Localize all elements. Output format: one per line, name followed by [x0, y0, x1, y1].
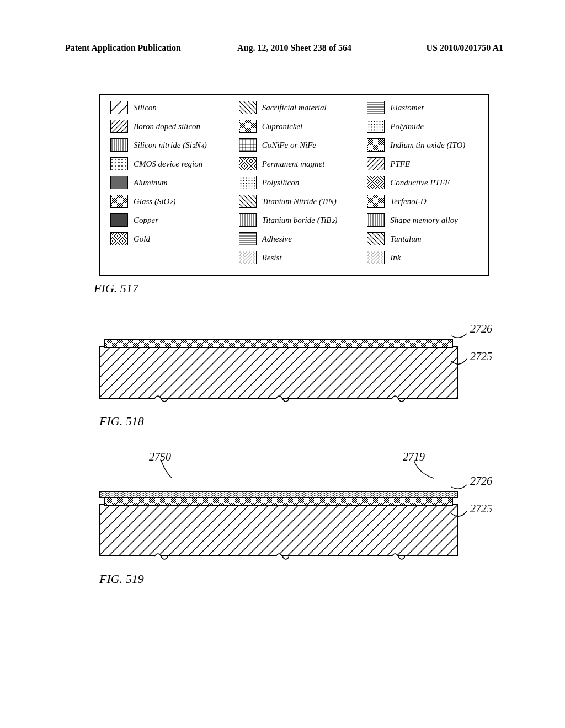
legend-label: Boron doped silicon	[134, 122, 200, 131]
header-center: Aug. 12, 2010 Sheet 238 of 564	[237, 43, 351, 53]
lead-2726: 2726	[470, 475, 492, 488]
svg-rect-26	[367, 176, 384, 189]
legend-label: Polyimide	[390, 122, 424, 131]
swatch-ink	[367, 251, 385, 264]
swatch-permanent-magnet	[239, 157, 257, 170]
svg-rect-5	[111, 101, 127, 114]
legend-label: Sacrificial material	[262, 103, 327, 113]
legend-label: Titanium Nitride (TiN)	[262, 197, 337, 206]
legend-label: Permanent magnet	[262, 159, 325, 169]
swatch-conife-nife	[239, 138, 257, 152]
legend-label: Adhesive	[262, 234, 292, 244]
swatch-silicon-nitride	[110, 138, 128, 152]
svg-rect-30	[367, 251, 384, 264]
svg-rect-14	[239, 120, 256, 132]
layer-oxide	[104, 497, 453, 506]
svg-rect-27	[367, 195, 384, 207]
svg-rect-11	[111, 214, 127, 226]
swatch-ito	[367, 138, 385, 152]
legend-label: Elastomer	[390, 103, 424, 113]
swatch-silicon	[110, 101, 128, 114]
legend-label: Terfenol-D	[390, 197, 426, 206]
svg-rect-31	[100, 347, 457, 398]
swatch-cupronickel	[239, 120, 257, 133]
svg-rect-35	[100, 492, 457, 497]
legend-label: Gold	[134, 234, 150, 244]
legend-label: CMOS device region	[134, 159, 202, 169]
legend-label: Polysilicon	[262, 178, 300, 188]
lead-2725: 2725	[470, 502, 492, 515]
fig-519-caption: FIG. 519	[99, 572, 480, 586]
swatch-titanium-nitride	[239, 195, 257, 208]
swatch-ptfe	[367, 157, 385, 170]
swatch-conductive-ptfe	[367, 176, 385, 189]
legend-label: Tantalum	[390, 234, 421, 244]
swatch-terfenol-d	[367, 195, 385, 208]
legend-label: Cupronickel	[262, 122, 303, 131]
layer-substrate	[99, 346, 458, 399]
svg-rect-19	[239, 214, 256, 226]
legend-label: Titanium boride (TiB₂)	[262, 215, 338, 225]
svg-rect-18	[239, 195, 256, 207]
svg-rect-25	[367, 158, 384, 170]
legend-label: Aluminum	[134, 178, 168, 188]
svg-rect-10	[111, 195, 127, 207]
svg-rect-24	[367, 139, 384, 151]
swatch-polyimide	[367, 120, 385, 133]
swatch-shape-memory-alloy	[367, 213, 385, 227]
legend-label: Copper	[134, 216, 158, 225]
svg-rect-8	[111, 158, 127, 170]
svg-rect-20	[239, 233, 256, 245]
svg-rect-15	[239, 139, 256, 151]
swatch-cmos-device-region	[110, 157, 128, 170]
svg-rect-12	[111, 233, 127, 245]
svg-rect-28	[367, 214, 384, 226]
fig-518-caption: FIG. 518	[99, 414, 480, 429]
layer-nitride	[99, 491, 458, 498]
fig-518: 2726 2725 FIG. 518	[99, 326, 480, 429]
svg-rect-9	[111, 176, 127, 189]
legend-label: Silicon	[134, 103, 157, 113]
svg-rect-34	[105, 497, 452, 505]
layer-oxide	[104, 339, 453, 348]
lead-2726: 2726	[470, 323, 492, 335]
swatch-sacrificial-material	[239, 101, 257, 114]
swatch-elastomer	[367, 101, 385, 114]
legend-label: Glass (SiO₂)	[134, 196, 175, 206]
legend-label: Resist	[262, 253, 282, 263]
legend-label: CoNiFe or NiFe	[262, 141, 316, 150]
legend-col-3: Elastomer Polyimide Indium tin oxide (IT…	[367, 101, 480, 270]
swatch-copper	[110, 213, 128, 227]
legend-col-1: Silicon Boron doped silicon Silicon nitr…	[110, 101, 223, 270]
svg-rect-16	[239, 158, 256, 170]
swatch-tantalum	[367, 232, 385, 245]
legend-col-2: Sacrificial material Cupronickel CoNiFe …	[239, 101, 352, 270]
legend-label: Ink	[390, 253, 401, 263]
lead-2725: 2725	[470, 350, 492, 363]
svg-rect-22	[367, 101, 384, 114]
legend-label: Shape memory alloy	[390, 216, 457, 225]
svg-rect-21	[239, 251, 256, 264]
svg-rect-6	[111, 120, 127, 132]
svg-rect-7	[111, 139, 127, 151]
swatch-resist	[239, 251, 257, 264]
legend-box: Silicon Boron doped silicon Silicon nitr…	[99, 94, 489, 276]
svg-rect-23	[367, 120, 384, 132]
swatch-titanium-boride	[239, 213, 257, 227]
swatch-aluminum	[110, 176, 128, 189]
svg-rect-33	[100, 505, 457, 555]
legend-label: PTFE	[390, 159, 410, 169]
fig-517-caption: FIG. 517	[94, 281, 480, 296]
header-left: Patent Application Publication	[65, 43, 181, 53]
legend-label: Silicon nitride (Si₃N₄)	[134, 140, 207, 150]
svg-rect-17	[239, 176, 256, 189]
layer-substrate	[99, 504, 458, 556]
swatch-gold	[110, 232, 128, 245]
swatch-boron-doped-silicon	[110, 120, 128, 133]
legend-label: Indium tin oxide (ITO)	[390, 141, 465, 150]
swatch-polysilicon	[239, 176, 257, 189]
swatch-adhesive	[239, 232, 257, 245]
svg-rect-13	[239, 101, 256, 114]
swatch-glass	[110, 195, 128, 208]
fig-519: 2750 2719 2726 2725 FIG.	[99, 451, 480, 586]
